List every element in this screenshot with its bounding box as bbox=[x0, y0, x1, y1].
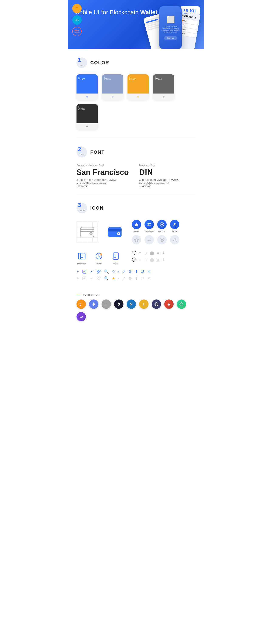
search-icon: 🔍 bbox=[104, 269, 109, 274]
sf-weights: Regular · Medium · Bold bbox=[76, 164, 133, 167]
icon-section-title: ICON bbox=[90, 205, 104, 211]
phone-mockups: ⬜ Character may be manifested in the gre… bbox=[121, 2, 202, 49]
discover-label: Discover bbox=[158, 230, 166, 232]
export-icon: ⬆ bbox=[135, 269, 138, 274]
svg-rect-4 bbox=[80, 229, 94, 232]
close-icon-gray: ✕ bbox=[147, 276, 150, 281]
mangment-icon-item: Mangment bbox=[76, 251, 87, 265]
svg-marker-14 bbox=[134, 238, 138, 242]
circle-icon-gray: ⬤ bbox=[150, 258, 154, 262]
blockchain-label: BlockChain Icon bbox=[76, 294, 196, 296]
message-icon: ▣ bbox=[156, 251, 160, 256]
chat-icon-gray: 💬 bbox=[132, 258, 136, 262]
font-section: 2 TWO FONT Regular · Medium · Bold San F… bbox=[68, 138, 204, 192]
small-icons-colored: + ✓ 🔍 ☆ ‹ ↗ ⚙ ⬆ ⇄ ✕ bbox=[76, 269, 196, 274]
color-section-number: 1 ONE bbox=[76, 58, 87, 68]
search-icon-gray: 🔍 bbox=[104, 276, 109, 281]
chat-icon: 💬 bbox=[132, 251, 136, 256]
circle-icon: ⬤ bbox=[150, 251, 154, 256]
wallet-icon-wireframe bbox=[76, 222, 98, 243]
assets-label: Assets bbox=[134, 230, 139, 232]
svg-text:D: D bbox=[130, 303, 132, 306]
dash-icon: D bbox=[127, 300, 136, 309]
profile-icon bbox=[170, 220, 179, 229]
history-label: History bbox=[96, 263, 102, 265]
plus-icon-gray: + bbox=[76, 276, 79, 281]
back-icon-gray: ‹ bbox=[118, 276, 120, 281]
assets-icon-outline bbox=[132, 235, 141, 244]
order-icon bbox=[110, 251, 121, 262]
ethereum-icon bbox=[89, 300, 98, 309]
icon-section: 3 THREE ICON bbox=[68, 196, 204, 292]
font-din: Medium · Bold DIN ABCDEFGHIJKLMNOPQRSTUV… bbox=[139, 164, 196, 188]
svg-rect-7 bbox=[108, 229, 122, 232]
nav-icons-gray bbox=[132, 235, 179, 244]
svg-marker-10 bbox=[134, 222, 138, 226]
din-name: DIN bbox=[139, 168, 196, 177]
svg-point-9 bbox=[118, 233, 119, 234]
svg-point-16 bbox=[161, 239, 163, 240]
discover-icon bbox=[157, 220, 166, 229]
wallet-icon-solid bbox=[104, 222, 126, 243]
check-icon: ✓ bbox=[90, 269, 93, 274]
utility-icons-row2: 💬 ≡ ☽ ⬤ ▣ ℹ bbox=[132, 258, 164, 262]
order-label: Order bbox=[113, 263, 118, 265]
color-section: 1 ONE COLOR #3574FA #8DA0C8 #F5A623 #666… bbox=[68, 49, 204, 134]
back-icon: ‹ bbox=[118, 270, 120, 274]
svg-text:Ł: Ł bbox=[105, 303, 107, 306]
font-section-header: 2 TWO FONT bbox=[76, 147, 196, 158]
svg-rect-38 bbox=[99, 273, 100, 273]
font-section-number: 2 TWO bbox=[76, 147, 87, 158]
edit-icon-gray bbox=[82, 276, 87, 281]
svg-rect-47 bbox=[100, 279, 100, 279]
stratis-icon bbox=[114, 300, 124, 309]
svg-rect-3 bbox=[80, 227, 94, 237]
swatch-orange: #F5A623 bbox=[128, 74, 149, 100]
ark-icon bbox=[164, 300, 174, 309]
history-icon-item: History bbox=[94, 251, 104, 265]
icon-section-number: 3 THREE bbox=[76, 203, 87, 214]
moon-icon: ☽ bbox=[144, 251, 147, 256]
phone-center: ⬜ Character may be manifested in the gre… bbox=[160, 6, 182, 49]
divider-1 bbox=[76, 136, 196, 136]
swatch-grayblue: #8DA0C8 bbox=[102, 74, 123, 100]
plus-icon: + bbox=[76, 270, 79, 274]
exchange-icon-outline bbox=[144, 235, 154, 244]
sf-lowercase: abcdefghijklmnopqrstuvwxyz bbox=[76, 182, 133, 184]
swap-icon-gray: ⇄ bbox=[141, 276, 144, 281]
svg-point-12 bbox=[161, 224, 163, 225]
assets-icon bbox=[132, 220, 141, 229]
star-icon: ☆ bbox=[112, 269, 115, 274]
utility-icons-row1: 💬 ≡ ☽ ⬤ ▣ ℹ bbox=[132, 251, 164, 256]
svg-text:₿: ₿ bbox=[80, 302, 81, 306]
gem-icon bbox=[152, 300, 161, 309]
svg-rect-36 bbox=[99, 272, 100, 272]
hero-section: Mobile UI for Blockchain Wallet UI Kit P… bbox=[68, 0, 204, 49]
font-sf: Regular · Medium · Bold San Francisco AB… bbox=[76, 164, 133, 188]
sf-name: San Francisco bbox=[76, 168, 133, 177]
qr-icon bbox=[96, 269, 101, 274]
svg-rect-44 bbox=[99, 277, 100, 278]
color-section-header: 1 ONE COLOR bbox=[76, 58, 196, 68]
color-section-title: COLOR bbox=[90, 60, 109, 66]
svg-rect-35 bbox=[97, 272, 98, 273]
svg-point-13 bbox=[174, 223, 176, 225]
message-icon-gray: ▣ bbox=[156, 258, 160, 262]
polygon-icon bbox=[76, 312, 86, 321]
litecoin-icon: Ł bbox=[102, 300, 111, 309]
swatch-dark: #303030 bbox=[76, 104, 98, 130]
sketch-badge bbox=[72, 4, 82, 13]
settings-icon-gray: ⚙ bbox=[128, 276, 132, 281]
info-icon-gray: ℹ bbox=[163, 258, 164, 262]
svg-rect-34 bbox=[99, 270, 100, 272]
svg-rect-37 bbox=[100, 272, 100, 272]
blockchain-section: BlockChain Icon ₿ Ł D Z bbox=[68, 292, 204, 330]
kyber-icon bbox=[177, 300, 186, 309]
bitcoin-icon: ₿ bbox=[76, 300, 86, 309]
history-icon bbox=[94, 251, 104, 262]
order-icon-item: Order bbox=[110, 251, 121, 265]
icon-section-header: 3 THREE ICON bbox=[76, 203, 196, 214]
svg-rect-19 bbox=[78, 253, 80, 259]
export-icon-gray: ⬆ bbox=[135, 276, 138, 281]
app-icons-row: Mangment History bbox=[76, 251, 196, 265]
